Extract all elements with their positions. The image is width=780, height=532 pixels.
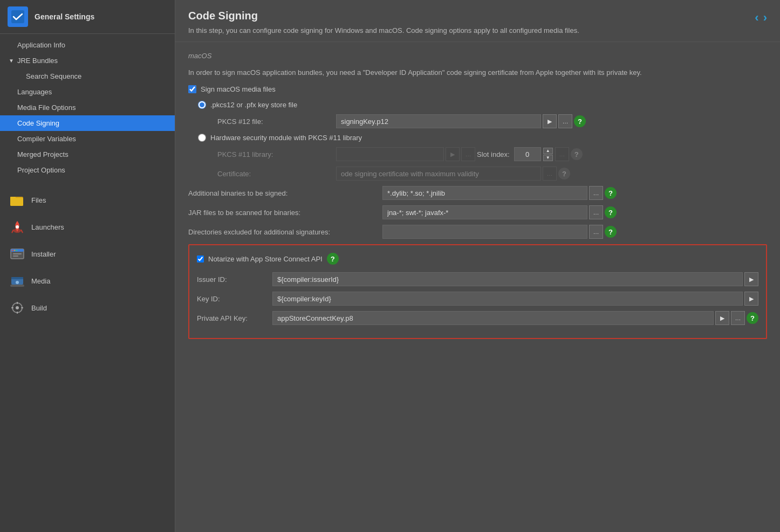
additional-binaries-help-button[interactable]: ? bbox=[605, 187, 617, 199]
jar-files-help-button[interactable]: ? bbox=[605, 206, 617, 218]
sidebar-header: General Settings bbox=[0, 0, 175, 34]
svg-rect-12 bbox=[13, 255, 18, 257]
files-icon bbox=[9, 191, 26, 209]
issuer-id-input[interactable] bbox=[272, 272, 743, 286]
directories-input[interactable] bbox=[382, 225, 587, 239]
sidebar-item-launchers[interactable]: Launchers bbox=[0, 213, 175, 240]
private-api-key-input-group: ▶ … ? bbox=[272, 311, 758, 325]
svg-rect-14 bbox=[11, 277, 23, 279]
notarize-header: Notarize with App Store Connect API ? bbox=[197, 253, 758, 265]
slot-index-label: Slot index: bbox=[477, 150, 510, 158]
private-api-key-help-button[interactable]: ? bbox=[747, 312, 758, 324]
sidebar-item-jre-bundles[interactable]: ▼ JRE Bundles bbox=[0, 53, 175, 68]
svg-point-10 bbox=[16, 250, 17, 251]
key-id-input[interactable] bbox=[272, 292, 743, 306]
jar-files-row: JAR files to be scanned for binaries: … … bbox=[188, 205, 767, 219]
key-id-browse-button[interactable]: ▶ bbox=[744, 292, 758, 306]
svg-point-9 bbox=[14, 250, 15, 251]
sidebar-item-media-file-options[interactable]: Media File Options bbox=[0, 100, 175, 115]
key-id-input-group: ▶ bbox=[272, 292, 758, 306]
installer-icon bbox=[9, 245, 26, 262]
svg-rect-22 bbox=[21, 307, 23, 308]
sidebar-item-label: Files bbox=[31, 196, 46, 204]
sidebar-item-label: Merged Projects bbox=[17, 150, 69, 158]
sidebar-item-files[interactable]: Files bbox=[0, 186, 175, 213]
hardware-radio[interactable] bbox=[198, 134, 206, 142]
sidebar-item-application-info[interactable]: Application Info bbox=[0, 37, 175, 53]
pkcs12-file-input[interactable] bbox=[336, 114, 541, 128]
certificate-ellipsis-button: … bbox=[543, 167, 557, 181]
sidebar-item-code-signing[interactable]: Code Signing bbox=[0, 115, 175, 131]
additional-binaries-input[interactable] bbox=[382, 186, 587, 200]
key-id-row: Key ID: ▶ bbox=[197, 292, 758, 306]
certificate-input-group: … ? bbox=[336, 167, 570, 181]
sidebar-item-search-sequence[interactable]: Search Sequence bbox=[0, 68, 175, 84]
sidebar-item-label: Media bbox=[31, 277, 50, 285]
private-api-key-label: Private API Key: bbox=[197, 314, 272, 322]
nav-forward-button[interactable]: › bbox=[763, 12, 767, 24]
issuer-id-input-group: ▶ bbox=[272, 272, 758, 286]
pkcs12-help-button[interactable]: ? bbox=[574, 115, 586, 127]
svg-rect-3 bbox=[10, 198, 23, 206]
sidebar-item-compiler-variables[interactable]: Compiler Variables bbox=[0, 131, 175, 147]
pkcs12-radio-row: .pkcs12 or .pfx key store file bbox=[198, 101, 767, 109]
jar-files-ellipsis-button[interactable]: … bbox=[589, 205, 603, 219]
media-icon bbox=[9, 272, 26, 289]
svg-rect-20 bbox=[17, 312, 18, 314]
main-header: Code Signing In this step, you can confi… bbox=[175, 0, 780, 42]
notarize-help-button[interactable]: ? bbox=[327, 253, 339, 265]
additional-binaries-ellipsis-button[interactable]: … bbox=[589, 186, 603, 200]
chevron-down-icon: ▼ bbox=[9, 58, 14, 64]
sidebar-item-merged-projects[interactable]: Merged Projects bbox=[0, 147, 175, 162]
slot-ellipsis-button: … bbox=[555, 147, 569, 161]
pkcs11-library-input-group: ▶ … Slot index: ▲ ▼ … ? bbox=[336, 147, 583, 161]
sidebar-item-media[interactable]: Media bbox=[0, 267, 175, 294]
macos-section-desc: In order to sign macOS application bundl… bbox=[188, 67, 767, 78]
sidebar-item-project-options[interactable]: Project Options bbox=[0, 162, 175, 178]
pkcs12-ellipsis-button[interactable]: … bbox=[558, 114, 572, 128]
pkcs11-help-button: ? bbox=[571, 148, 583, 160]
sidebar-items: Application Info ▼ JRE Bundles Search Se… bbox=[0, 34, 175, 324]
issuer-id-label: Issuer ID: bbox=[197, 275, 272, 284]
additional-binaries-input-group: … ? bbox=[382, 186, 617, 200]
sidebar-item-label: Build bbox=[31, 304, 47, 312]
issuer-id-browse-button[interactable]: ▶ bbox=[744, 272, 758, 286]
macos-section-label: macOS bbox=[188, 52, 767, 60]
page-description: In this step, you can configure code sig… bbox=[188, 25, 579, 36]
pkcs12-radio[interactable] bbox=[198, 101, 206, 109]
directories-ellipsis-button[interactable]: … bbox=[589, 225, 603, 239]
certificate-row: Certificate: … ? bbox=[217, 167, 767, 181]
sidebar-item-languages[interactable]: Languages bbox=[0, 84, 175, 100]
radio-group: .pkcs12 or .pfx key store file PKCS #12 … bbox=[198, 101, 767, 181]
private-api-key-browse-button[interactable]: ▶ bbox=[715, 311, 729, 325]
nav-arrows: ‹ › bbox=[755, 12, 767, 24]
pkcs12-file-label: PKCS #12 file: bbox=[217, 118, 336, 126]
private-api-key-ellipsis-button[interactable]: … bbox=[731, 311, 745, 325]
notarize-checkbox[interactable] bbox=[197, 255, 204, 262]
issuer-id-row: Issuer ID: ▶ bbox=[197, 272, 758, 286]
additional-binaries-label: Additional binaries to be signed: bbox=[188, 189, 382, 197]
sign-macos-label: Sign macOS media files bbox=[201, 85, 276, 93]
jar-files-input[interactable] bbox=[382, 205, 587, 219]
sidebar-header-title: General Settings bbox=[35, 12, 94, 21]
slot-spin: ▲ ▼ bbox=[543, 148, 553, 161]
sidebar-item-label: Compiler Variables bbox=[17, 135, 76, 143]
pkcs12-browse-button[interactable]: ▶ bbox=[543, 114, 557, 128]
svg-rect-11 bbox=[13, 253, 22, 254]
sidebar-item-build[interactable]: Build bbox=[0, 294, 175, 321]
sidebar-item-label: Search Sequence bbox=[26, 72, 81, 80]
main-panel: Code Signing In this step, you can confi… bbox=[175, 0, 780, 532]
build-icon bbox=[9, 299, 26, 316]
main-content: macOS In order to sign macOS application… bbox=[175, 42, 780, 533]
svg-rect-16 bbox=[10, 285, 24, 287]
sign-macos-row: Sign macOS media files bbox=[188, 85, 767, 93]
slot-index-input bbox=[514, 147, 541, 161]
directories-label: Directories excluded for additional sign… bbox=[188, 228, 382, 236]
sidebar-item-installer[interactable]: Installer bbox=[0, 240, 175, 267]
nav-back-button[interactable]: ‹ bbox=[755, 12, 758, 24]
sign-macos-checkbox[interactable] bbox=[188, 85, 196, 93]
hardware-radio-row: Hardware security module with PKCS #11 l… bbox=[198, 134, 767, 142]
private-api-key-input[interactable] bbox=[272, 311, 714, 325]
slot-spin-down: ▼ bbox=[543, 155, 553, 161]
directories-help-button[interactable]: ? bbox=[605, 226, 617, 238]
